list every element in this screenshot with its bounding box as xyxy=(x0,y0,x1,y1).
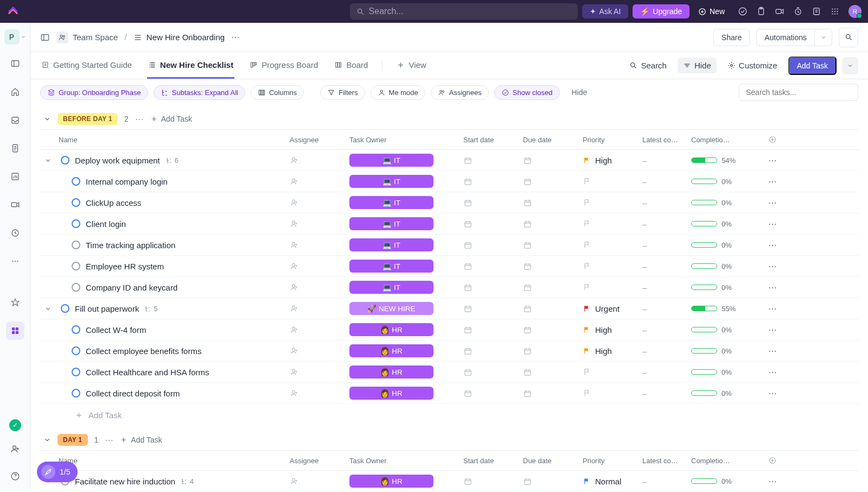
completion-cell[interactable]: 0% xyxy=(691,389,756,398)
row-more-icon[interactable]: ⋯ xyxy=(756,476,789,487)
start-date-cell[interactable] xyxy=(463,368,523,377)
assignee-cell[interactable] xyxy=(290,368,349,377)
group-more-icon[interactable]: ⋯ xyxy=(135,114,144,124)
priority-cell[interactable] xyxy=(583,389,642,398)
latest-comment-cell[interactable]: – xyxy=(642,346,691,356)
task-row[interactable]: Deploy work equipment 6 💻 IT High – 54% … xyxy=(40,150,858,171)
docs-icon[interactable] xyxy=(6,139,24,157)
help-icon[interactable] xyxy=(6,467,24,485)
show-closed-chip[interactable]: Show closed xyxy=(494,85,560,100)
row-more-icon[interactable]: ⋯ xyxy=(756,240,789,250)
col-owner[interactable]: Task Owner xyxy=(349,136,463,144)
start-date-cell[interactable] xyxy=(463,283,523,292)
workspace-switcher[interactable]: P xyxy=(4,29,26,45)
assignee-cell[interactable] xyxy=(290,177,349,186)
columns-chip[interactable]: Columns xyxy=(251,85,304,100)
due-date-cell[interactable] xyxy=(523,241,583,250)
col-start[interactable]: Start date xyxy=(463,136,523,144)
clipboard-icon[interactable] xyxy=(756,7,766,16)
task-row[interactable]: Collect employee benefits forms 👩 HR Hig… xyxy=(40,340,858,362)
task-row[interactable]: Internal company login 💻 IT – 0% ⋯ xyxy=(40,171,858,192)
global-search[interactable]: Search... xyxy=(350,3,578,20)
video-icon[interactable] xyxy=(775,7,784,16)
more-icon[interactable] xyxy=(6,252,24,270)
status-dot[interactable] xyxy=(72,262,80,270)
status-dot[interactable] xyxy=(72,389,80,398)
completion-cell[interactable]: 0% xyxy=(691,199,756,207)
filters-chip[interactable]: Filters xyxy=(320,85,365,100)
breadcrumb-team[interactable]: Team Space xyxy=(56,31,118,43)
priority-cell[interactable]: High xyxy=(583,156,642,165)
col-latest[interactable]: Latest co… xyxy=(642,136,691,144)
col-assignee[interactable]: Assignee xyxy=(290,457,349,465)
col-name[interactable]: Name xyxy=(40,457,290,465)
app-logo[interactable] xyxy=(7,5,20,18)
assignee-cell[interactable] xyxy=(290,477,349,486)
task-row[interactable]: Collect W-4 form 👩 HR High – 0% ⋯ xyxy=(40,319,858,340)
page-search-button[interactable] xyxy=(839,28,858,47)
row-more-icon[interactable]: ⋯ xyxy=(756,261,789,272)
upgrade-button[interactable]: ⚡ Upgrade xyxy=(633,4,690,18)
owner-cell[interactable]: 💻 IT xyxy=(349,238,463,251)
add-task-dropdown[interactable] xyxy=(842,57,858,74)
start-date-cell[interactable] xyxy=(463,304,523,313)
latest-comment-cell[interactable]: – xyxy=(642,198,691,207)
owner-cell[interactable]: 👩 HR xyxy=(349,365,463,379)
owner-cell[interactable]: 👩 HR xyxy=(349,475,463,488)
start-date-cell[interactable] xyxy=(463,325,523,335)
group-add-task[interactable]: Add Task xyxy=(150,115,192,123)
latest-comment-cell[interactable]: – xyxy=(642,325,691,335)
col-latest[interactable]: Latest co… xyxy=(642,457,691,465)
start-date-cell[interactable] xyxy=(463,346,523,356)
due-date-cell[interactable] xyxy=(523,325,583,335)
priority-cell[interactable] xyxy=(583,177,642,186)
completion-cell[interactable]: 0% xyxy=(691,347,756,355)
priority-cell[interactable] xyxy=(583,262,642,270)
col-completion[interactable]: Completio… xyxy=(691,457,756,465)
row-expand-icon[interactable] xyxy=(44,305,55,312)
assignee-cell[interactable] xyxy=(290,325,349,335)
clips-icon[interactable] xyxy=(6,195,24,214)
assignee-cell[interactable] xyxy=(290,346,349,356)
new-button[interactable]: New xyxy=(694,5,729,18)
status-dot[interactable] xyxy=(72,177,80,186)
completion-cell[interactable]: 55% xyxy=(691,305,756,313)
owner-cell[interactable]: 💻 IT xyxy=(349,196,463,209)
sidebar-toggle-icon[interactable] xyxy=(6,54,24,73)
task-row[interactable]: Time tracking application 💻 IT – 0% ⋯ xyxy=(40,235,858,256)
owner-cell[interactable]: 💻 IT xyxy=(349,260,463,273)
add-view-button[interactable]: View xyxy=(395,52,427,79)
start-date-cell[interactable] xyxy=(463,198,523,207)
due-date-cell[interactable] xyxy=(523,346,583,356)
group-more-icon[interactable]: ⋯ xyxy=(105,435,113,445)
due-date-cell[interactable] xyxy=(523,283,583,292)
due-date-cell[interactable] xyxy=(523,304,583,313)
owner-cell[interactable]: 💻 IT xyxy=(349,281,463,294)
priority-cell[interactable] xyxy=(583,368,642,376)
row-more-icon[interactable]: ⋯ xyxy=(756,219,789,229)
page-more-icon[interactable]: ⋯ xyxy=(231,32,240,42)
owner-cell[interactable]: 💻 IT xyxy=(349,175,463,188)
row-more-icon[interactable]: ⋯ xyxy=(756,388,789,399)
me-mode-chip[interactable]: Me mode xyxy=(371,85,425,100)
start-date-cell[interactable] xyxy=(463,477,523,486)
assignee-cell[interactable] xyxy=(290,283,349,292)
col-priority[interactable]: Priority xyxy=(583,136,642,144)
latest-comment-cell[interactable]: – xyxy=(642,241,691,250)
add-task-button[interactable]: Add Task xyxy=(788,56,837,75)
start-date-cell[interactable] xyxy=(463,262,523,271)
latest-comment-cell[interactable]: – xyxy=(642,156,691,165)
task-row[interactable]: Client login 💻 IT – 0% ⋯ xyxy=(40,213,858,235)
view-tab-new-hire-checklist[interactable]: New Hire Checklist xyxy=(147,52,234,79)
view-search-button[interactable]: Search xyxy=(624,58,672,73)
owner-cell[interactable]: 💻 IT xyxy=(349,217,463,230)
ask-ai-button[interactable]: ✦ Ask AI xyxy=(582,4,629,18)
due-date-cell[interactable] xyxy=(523,219,583,229)
priority-cell[interactable] xyxy=(583,241,642,249)
priority-cell[interactable]: High xyxy=(583,325,642,335)
completion-cell[interactable]: 0% xyxy=(691,326,756,334)
note-icon[interactable] xyxy=(812,7,821,16)
priority-cell[interactable] xyxy=(583,219,642,228)
view-tab-getting-started-guide[interactable]: Getting Started Guide xyxy=(40,52,133,79)
task-row[interactable]: Company ID and keycard 💻 IT – 0% ⋯ xyxy=(40,277,858,298)
